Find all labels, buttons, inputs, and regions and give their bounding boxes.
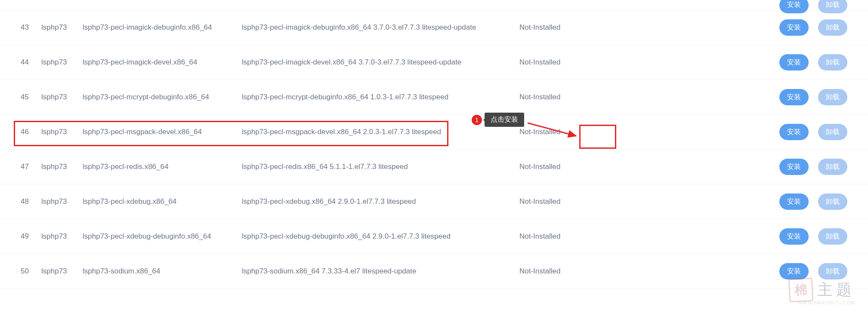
- row-index: 49: [21, 232, 41, 241]
- row-index: 43: [21, 23, 41, 32]
- row-actions: 安装卸载: [580, 228, 847, 245]
- row-description: lsphp73-pecl-msgpack-devel.x86_64 2.0.3-…: [242, 128, 519, 136]
- table-row: 49lsphp73lsphp73-pecl-xdebug-debuginfo.x…: [0, 219, 868, 254]
- row-package-group: lsphp73: [41, 93, 83, 101]
- uninstall-button[interactable]: 卸载: [818, 263, 847, 279]
- row-package-group: lsphp73: [41, 23, 83, 32]
- row-package-name: lsphp73-pecl-xdebug-debuginfo.x86_64: [83, 232, 242, 241]
- row-package-name: lsphp73-pecl-xdebug.x86_64: [83, 197, 242, 206]
- row-status: Not-Installed: [519, 58, 580, 67]
- row-actions: 安装卸载: [580, 54, 847, 71]
- install-button[interactable]: 安装: [779, 89, 809, 105]
- uninstall-button[interactable]: 卸载: [818, 193, 847, 210]
- row-actions: 安装卸载: [580, 124, 847, 140]
- uninstall-button[interactable]: 卸载: [818, 0, 847, 13]
- row-index: 50: [21, 267, 41, 276]
- table-row-partial: 安装 卸载: [0, 0, 868, 10]
- uninstall-button[interactable]: 卸载: [818, 89, 847, 105]
- row-actions: 安装卸载: [580, 159, 847, 175]
- row-package-name: lsphp73-sodium.x86_64: [83, 267, 242, 276]
- install-button[interactable]: 安装: [779, 228, 809, 245]
- package-table: 安装 卸载 43lsphp73lsphp73-pecl-imagick-debu…: [0, 0, 868, 289]
- uninstall-button[interactable]: 卸载: [818, 124, 847, 140]
- row-status: Not-Installed: [519, 93, 580, 101]
- row-description: lsphp73-sodium.x86_64 7.3.33-4.el7 lites…: [242, 267, 519, 276]
- uninstall-button[interactable]: 卸载: [818, 19, 847, 36]
- row-description: lsphp73-pecl-imagick-debuginfo.x86_64 3.…: [242, 23, 519, 32]
- install-button[interactable]: 安装: [779, 193, 809, 210]
- row-actions: 安装卸载: [580, 193, 847, 210]
- uninstall-button[interactable]: 卸载: [818, 159, 847, 175]
- table-row: 46lsphp73lsphp73-pecl-msgpack-devel.x86_…: [0, 115, 868, 150]
- row-index: 48: [21, 197, 41, 206]
- row-status: Not-Installed: [519, 128, 580, 136]
- row-status: Not-Installed: [519, 267, 580, 276]
- row-description: lsphp73-pecl-redis.x86_64 5.1.1-1.el7.7.…: [242, 163, 519, 171]
- install-button[interactable]: 安装: [779, 0, 809, 13]
- install-button[interactable]: 安装: [779, 159, 809, 175]
- install-button[interactable]: 安装: [779, 263, 809, 279]
- row-package-group: lsphp73: [41, 267, 83, 276]
- row-package-group: lsphp73: [41, 197, 83, 206]
- table-row: 45lsphp73lsphp73-pecl-mcrypt-debuginfo.x…: [0, 80, 868, 115]
- uninstall-button[interactable]: 卸载: [818, 228, 847, 245]
- row-package-group: lsphp73: [41, 163, 83, 171]
- row-package-name: lsphp73-pecl-imagick-devel.x86_64: [83, 58, 242, 67]
- row-description: lsphp73-pecl-xdebug.x86_64 2.9.0-1.el7.7…: [242, 197, 519, 206]
- row-description: lsphp73-pecl-imagick-devel.x86_64 3.7.0-…: [242, 58, 519, 67]
- row-package-group: lsphp73: [41, 232, 83, 241]
- row-package-group: lsphp73: [41, 58, 83, 67]
- install-button[interactable]: 安装: [779, 54, 809, 71]
- row-package-group: lsphp73: [41, 128, 83, 136]
- install-button[interactable]: 安装: [779, 124, 809, 140]
- install-button[interactable]: 安装: [779, 19, 809, 36]
- row-package-name: lsphp73-pecl-msgpack-devel.x86_64: [83, 128, 242, 136]
- row-status: Not-Installed: [519, 197, 580, 206]
- row-status: Not-Installed: [519, 163, 580, 171]
- row-package-name: lsphp73-pecl-mcrypt-debuginfo.x86_64: [83, 93, 242, 101]
- table-row: 50lsphp73lsphp73-sodium.x86_64lsphp73-so…: [0, 254, 868, 289]
- row-index: 46: [21, 128, 41, 136]
- table-row: 43lsphp73lsphp73-pecl-imagick-debuginfo.…: [0, 10, 868, 45]
- row-status: Not-Installed: [519, 232, 580, 241]
- watermark-url: WWW.BANZHUTI.COM: [789, 300, 855, 305]
- row-description: lsphp73-pecl-mcrypt-debuginfo.x86_64 1.0…: [242, 93, 519, 101]
- row-package-name: lsphp73-pecl-imagick-debuginfo.x86_64: [83, 23, 242, 32]
- table-row: 44lsphp73lsphp73-pecl-imagick-devel.x86_…: [0, 45, 868, 80]
- row-index: 45: [21, 93, 41, 101]
- row-actions: 安装卸载: [580, 263, 847, 279]
- row-actions: 安装卸载: [580, 89, 847, 105]
- row-description: lsphp73-pecl-xdebug-debuginfo.x86_64 2.9…: [242, 232, 519, 241]
- table-row: 48lsphp73lsphp73-pecl-xdebug.x86_64lsphp…: [0, 184, 868, 219]
- row-actions: 安装卸载: [580, 19, 847, 36]
- row-package-name: lsphp73-pecl-redis.x86_64: [83, 163, 242, 171]
- row-index: 44: [21, 58, 41, 67]
- row-status: Not-Installed: [519, 23, 580, 32]
- table-row: 47lsphp73lsphp73-pecl-redis.x86_64lsphp7…: [0, 150, 868, 184]
- row-index: 47: [21, 163, 41, 171]
- uninstall-button[interactable]: 卸载: [818, 54, 847, 71]
